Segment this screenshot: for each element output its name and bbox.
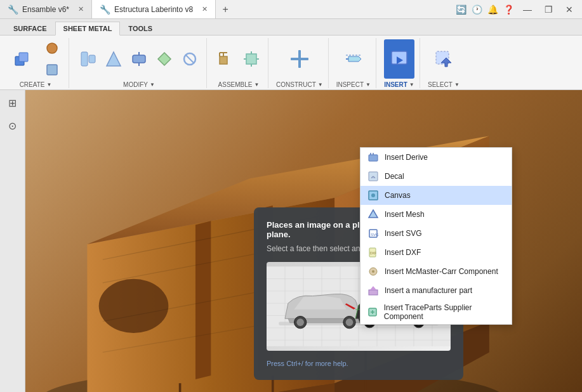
modify-btn3[interactable] <box>128 49 150 69</box>
insert-svg-icon: SVG <box>367 227 380 240</box>
menu-item-insert-svg[interactable]: SVG Insert SVG <box>360 224 512 243</box>
tab-ensamble[interactable]: 🔧 Ensamble v6* ✕ <box>0 0 92 18</box>
insert-icon1 <box>389 49 409 69</box>
create-main-button[interactable] <box>8 39 38 79</box>
tab-surface[interactable]: SURFACE <box>5 22 55 35</box>
mcmaster-label: Insert McMaster-Carr Component <box>385 267 498 276</box>
refresh-icon[interactable]: 🔄 <box>456 4 466 15</box>
manufacturer-label: Insert a manufacturer part <box>385 286 472 295</box>
inspect-btn1[interactable] <box>338 39 369 79</box>
menu-item-insert-mesh[interactable]: Insert Mesh <box>360 205 512 224</box>
modify-btn5[interactable] <box>178 49 201 69</box>
select-icon1 <box>433 49 454 69</box>
tab-sheet-metal[interactable]: SHEET METAL <box>55 22 121 36</box>
construct-btn1[interactable] <box>284 39 315 79</box>
inspect-arrow: ▼ <box>366 82 371 88</box>
svg-rect-5 <box>89 55 95 63</box>
create-label[interactable]: CREATE ▼ <box>20 81 52 88</box>
modify-icon1 <box>79 50 97 68</box>
menu-item-canvas[interactable]: Canvas <box>360 186 512 205</box>
svg-marker-81 <box>369 210 378 218</box>
inspect-icon1 <box>343 49 364 69</box>
svg-text:SVG: SVG <box>371 233 379 237</box>
svg-marker-6 <box>107 52 121 66</box>
insert-svg-label: Insert SVG <box>385 229 422 238</box>
bell-icon[interactable]: 🔔 <box>487 4 498 15</box>
select-btn1[interactable] <box>428 39 459 79</box>
tab-estructura[interactable]: 🔧 Estructura Laberinto v8 ✕ <box>92 0 216 18</box>
menu-item-decal[interactable]: Decal <box>360 167 512 186</box>
construct-label[interactable]: CONSTRUCT ▼ <box>276 81 323 88</box>
maximize-button[interactable]: ❐ <box>541 3 557 16</box>
modify-arrow: ▼ <box>150 82 155 88</box>
construct-icon1 <box>289 49 310 69</box>
menu-item-traceparts[interactable]: Insert TraceParts Supplier Component <box>360 300 512 324</box>
assemble-label[interactable]: ASSEMBLE ▼ <box>218 81 260 88</box>
sidebar-btn-view[interactable]: ⊙ <box>3 115 23 136</box>
inspect-label[interactable]: INSPECT ▼ <box>336 81 371 88</box>
sidebar-btn-grid[interactable]: ⊞ <box>3 93 23 113</box>
assemble-btn2[interactable] <box>240 49 263 69</box>
tab2-close[interactable]: ✕ <box>202 5 208 13</box>
insert-btn1[interactable] <box>384 39 414 79</box>
menu-item-mcmaster[interactable]: Insert McMaster-Carr Component <box>360 262 512 281</box>
insert-arrow: ▼ <box>409 82 414 88</box>
toolbar-tabs: SURFACE SHEET METAL TOOLS <box>0 19 582 36</box>
ribbon-group-insert: INSERT ▼ <box>379 38 420 88</box>
modify-btn4[interactable] <box>153 49 176 69</box>
tooltip-footer[interactable]: Press Ctrl+/ for more help. <box>267 360 451 367</box>
tab1-close[interactable]: ✕ <box>78 5 84 13</box>
decal-label: Decal <box>385 172 404 181</box>
tab1-label: Ensamble v6* <box>22 5 69 14</box>
svg-line-11 <box>186 55 194 63</box>
svg-rect-4 <box>81 52 88 66</box>
assemble-icon1 <box>217 50 235 68</box>
ribbon-group-select: SELECT ▼ <box>423 38 465 88</box>
modify-btn2[interactable] <box>102 49 125 69</box>
help-icon[interactable]: ❓ <box>503 4 514 15</box>
assemble-arrow: ▼ <box>255 82 260 88</box>
ribbon-group-inspect: INSPECT ▼ <box>331 38 376 88</box>
modify-label[interactable]: MODIFY ▼ <box>123 81 155 88</box>
toolbar-ribbon: CREATE ▼ <box>0 36 582 89</box>
traceparts-icon <box>367 306 379 318</box>
svg-marker-33 <box>195 221 211 379</box>
menu-item-insert-dxf[interactable]: DXF Insert DXF <box>360 243 512 262</box>
insert-derive-label: Insert Derive <box>385 153 428 162</box>
svg-point-2 <box>47 43 57 53</box>
svg-rect-22 <box>298 50 301 68</box>
construct-buttons <box>284 38 315 80</box>
minimize-button[interactable]: — <box>519 3 536 16</box>
create-icon <box>13 49 33 69</box>
create-buttons <box>8 38 63 80</box>
create-sub-btn1[interactable] <box>41 38 63 58</box>
decal-icon <box>367 170 380 183</box>
main-area: ⊞ ⊙ <box>0 90 582 392</box>
create-sub-btn2[interactable] <box>41 60 63 80</box>
title-bar-right: 🔄 🕐 🔔 ❓ — ❐ ✕ <box>456 3 582 16</box>
insert-label[interactable]: INSERT ▼ <box>384 81 414 88</box>
svg-point-87 <box>372 270 374 273</box>
tab1-icon: 🔧 <box>8 4 18 15</box>
assemble-btn1[interactable] <box>215 49 237 69</box>
mcmaster-icon <box>367 265 380 278</box>
svg-rect-3 <box>47 65 57 75</box>
tab-tools[interactable]: TOOLS <box>120 22 161 35</box>
menu-item-insert-derive[interactable]: Insert Derive <box>360 148 512 167</box>
modify-btn1[interactable] <box>77 49 100 69</box>
toolbar-area: SURFACE SHEET METAL TOOLS <box>0 19 582 90</box>
clock-icon[interactable]: 🕐 <box>472 4 482 15</box>
insert-derive-icon <box>367 151 380 164</box>
title-bar: 🔧 Ensamble v6* ✕ 🔧 Estructura Laberinto … <box>0 0 582 19</box>
modify-icon3 <box>130 50 148 68</box>
new-tab-button[interactable]: + <box>216 0 235 18</box>
modify-icon5 <box>181 50 199 68</box>
manufacturer-icon <box>367 284 380 297</box>
select-buttons <box>428 38 459 80</box>
menu-item-manufacturer[interactable]: Insert a manufacturer part <box>360 281 512 300</box>
canvas-area[interactable]: Places an image on a planar face or sket… <box>25 90 582 392</box>
svg-rect-16 <box>246 54 256 64</box>
select-label[interactable]: SELECT ▼ <box>428 81 460 88</box>
close-button[interactable]: ✕ <box>562 3 577 16</box>
svg-marker-89 <box>370 286 376 290</box>
